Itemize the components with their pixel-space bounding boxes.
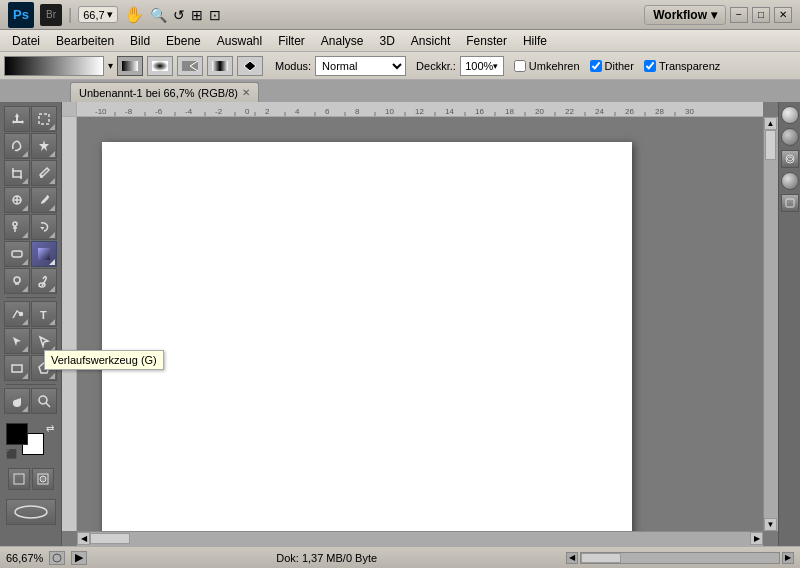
zoom-tool-icon[interactable]: 🔍 xyxy=(150,7,167,23)
hand-tool[interactable] xyxy=(4,388,30,414)
healing-tool[interactable] xyxy=(4,187,30,213)
transparenz-checkbox[interactable] xyxy=(644,60,656,72)
deckkr-input[interactable]: 100% ▾ xyxy=(460,56,504,76)
gradient-tool[interactable] xyxy=(31,241,57,267)
zoom-display: 66,67% xyxy=(6,552,43,564)
workspace: T xyxy=(0,102,800,546)
bridge-icon[interactable]: Br xyxy=(40,4,62,26)
menu-fenster[interactable]: Fenster xyxy=(458,32,515,50)
standard-mode-btn[interactable] xyxy=(8,468,30,490)
screen-mode-icon[interactable]: ⊞ xyxy=(191,7,203,23)
hand-tool-icon[interactable]: ✋ xyxy=(124,5,144,24)
zoom-percent-icon[interactable] xyxy=(49,551,65,565)
scroll-thumb-h[interactable] xyxy=(90,533,130,544)
scroll-up-button[interactable]: ▲ xyxy=(764,117,777,130)
channels-panel-icon[interactable] xyxy=(781,128,799,146)
switch-colors-icon[interactable]: ⇄ xyxy=(46,423,54,434)
actions-panel-icon[interactable] xyxy=(781,194,799,212)
path-select-tool[interactable] xyxy=(4,328,30,354)
foreground-color-box[interactable] xyxy=(6,423,28,445)
crop-tool[interactable] xyxy=(4,160,30,186)
svg-point-10 xyxy=(40,175,43,178)
minimize-button[interactable]: − xyxy=(730,7,748,23)
status-scroll-right[interactable]: ▶ xyxy=(782,552,794,564)
svg-marker-7 xyxy=(12,113,24,124)
rotate-icon[interactable]: ↺ xyxy=(173,7,185,23)
canvas-area[interactable]: -10 -8 -6 -4 -2 0 2 4 6 8 10 12 14 16 18… xyxy=(62,102,778,546)
umkehren-checkbox[interactable] xyxy=(514,60,526,72)
menu-ebene[interactable]: Ebene xyxy=(158,32,209,50)
tab-close-button[interactable]: ✕ xyxy=(242,87,250,98)
ellipse-btn[interactable] xyxy=(6,499,56,525)
menu-analyse[interactable]: Analyse xyxy=(313,32,372,50)
canvas-rotate-icon[interactable]: ▶ xyxy=(71,551,87,565)
scroll-thumb-v[interactable] xyxy=(765,130,776,160)
shape-tool[interactable] xyxy=(4,355,30,381)
menu-hilfe[interactable]: Hilfe xyxy=(515,32,555,50)
ellipse-tool-extra xyxy=(6,499,56,525)
zoom-tool-sidebar[interactable] xyxy=(31,388,57,414)
layers-panel-icon[interactable] xyxy=(781,106,799,124)
magic-wand-tool[interactable] xyxy=(31,133,57,159)
menu-3d[interactable]: 3D xyxy=(372,32,403,50)
paths-panel-icon[interactable] xyxy=(781,150,799,168)
dither-checkbox[interactable] xyxy=(590,60,602,72)
horizontal-scrollbar[interactable]: ◀ ▶ xyxy=(77,531,763,546)
vertical-scrollbar[interactable]: ▲ ▼ xyxy=(763,117,778,531)
dodge-tool[interactable] xyxy=(31,268,57,294)
lasso-tool[interactable] xyxy=(4,133,30,159)
select-rect-tool[interactable] xyxy=(31,106,57,132)
zoom-control[interactable]: 66,7 ▾ xyxy=(78,6,117,23)
eraser-tool[interactable] xyxy=(4,241,30,267)
close-button[interactable]: ✕ xyxy=(774,7,792,23)
workflow-label: Workflow xyxy=(653,8,707,22)
svg-line-24 xyxy=(46,403,50,407)
history-panel-icon[interactable] xyxy=(781,172,799,190)
status-scrollbar[interactable] xyxy=(580,552,780,564)
scroll-left-button[interactable]: ◀ xyxy=(77,532,90,545)
gradient-reflected-btn[interactable] xyxy=(207,56,233,76)
maximize-button[interactable]: □ xyxy=(752,7,770,23)
reset-colors-icon[interactable]: ⬛ xyxy=(6,449,17,459)
transparenz-label: Transparenz xyxy=(659,60,720,72)
zoom-unit: ▾ xyxy=(107,8,113,21)
menu-bild[interactable]: Bild xyxy=(122,32,158,50)
svg-rect-0 xyxy=(122,61,138,71)
svg-text:24: 24 xyxy=(595,107,604,116)
workflow-button[interactable]: Workflow ▾ xyxy=(644,5,726,25)
dither-group: Dither xyxy=(590,60,634,72)
svg-point-14 xyxy=(13,222,17,226)
scroll-down-button[interactable]: ▼ xyxy=(764,518,777,531)
modus-select[interactable]: Normal Auflösen Abdunkeln Multiplizieren xyxy=(315,56,406,76)
document-canvas[interactable] xyxy=(102,142,632,546)
text-tool[interactable]: T xyxy=(31,301,57,327)
move-tool[interactable] xyxy=(4,106,30,132)
brush-tool[interactable] xyxy=(31,187,57,213)
menu-auswahl[interactable]: Auswahl xyxy=(209,32,270,50)
menu-datei[interactable]: Datei xyxy=(4,32,48,50)
svg-point-19 xyxy=(20,313,23,316)
history-brush-tool[interactable] xyxy=(31,214,57,240)
quick-mask-btn[interactable] xyxy=(32,468,54,490)
menu-ansicht[interactable]: Ansicht xyxy=(403,32,458,50)
vertical-ruler: 0 2 4 6 8 10 12 14 16 18 20 22 xyxy=(62,117,77,531)
eyedropper-tool[interactable] xyxy=(31,160,57,186)
gradient-linear-btn[interactable] xyxy=(117,56,143,76)
gradient-radial-btn[interactable] xyxy=(147,56,173,76)
svg-text:0: 0 xyxy=(245,107,250,116)
gradient-preview[interactable] xyxy=(4,56,104,76)
pen-tool[interactable] xyxy=(4,301,30,327)
menu-bearbeiten[interactable]: Bearbeiten xyxy=(48,32,122,50)
gradient-dropdown-arrow[interactable]: ▾ xyxy=(108,60,113,71)
svg-text:8: 8 xyxy=(355,107,360,116)
status-scroll-thumb[interactable] xyxy=(581,553,621,563)
gradient-angle-btn[interactable] xyxy=(177,56,203,76)
document-tab[interactable]: Unbenannt-1 bei 66,7% (RGB/8) ✕ xyxy=(70,82,259,102)
clone-tool[interactable] xyxy=(4,214,30,240)
menu-filter[interactable]: Filter xyxy=(270,32,313,50)
gradient-diamond-btn[interactable] xyxy=(237,56,263,76)
scroll-right-button[interactable]: ▶ xyxy=(750,532,763,545)
extras-icon[interactable]: ⊡ xyxy=(209,7,221,23)
status-scroll-left[interactable]: ◀ xyxy=(566,552,578,564)
blur-tool[interactable] xyxy=(4,268,30,294)
